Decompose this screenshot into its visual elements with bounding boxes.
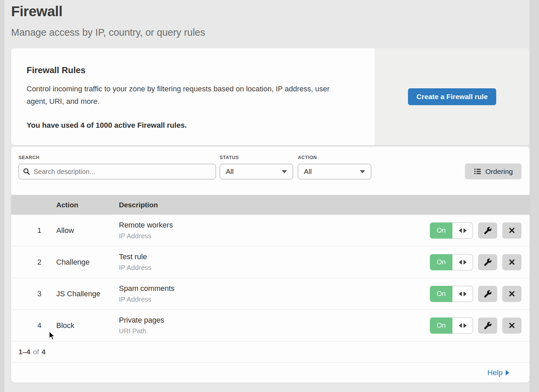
edit-rule-button[interactable] bbox=[478, 318, 497, 334]
firewall-rules-description: Control incoming traffic to your zone by… bbox=[27, 83, 350, 108]
search-input-wrap bbox=[19, 164, 216, 179]
search-label: SEARCH bbox=[19, 155, 216, 160]
status-label: STATUS bbox=[220, 155, 293, 160]
delete-rule-button[interactable]: ✕ bbox=[502, 318, 521, 334]
pagination-total: 4 bbox=[42, 348, 46, 356]
firewall-rules-card: Firewall Rules Control incoming traffic … bbox=[11, 48, 530, 145]
window-edge-right bbox=[530, 0, 539, 392]
close-icon: ✕ bbox=[508, 226, 516, 235]
rule-priority: 3 bbox=[11, 290, 56, 298]
triangle-left-icon bbox=[459, 323, 462, 328]
card-footer: Help bbox=[11, 363, 530, 383]
rule-description: Private pages bbox=[119, 316, 430, 325]
table-header-action: Action bbox=[56, 201, 119, 209]
rule-action: Challenge bbox=[56, 258, 119, 267]
search-input[interactable] bbox=[19, 164, 216, 179]
wrench-icon bbox=[484, 227, 492, 235]
help-link[interactable]: Help bbox=[487, 368, 509, 377]
firewall-rules-card-text: Firewall Rules Control incoming traffic … bbox=[11, 48, 375, 145]
toggle-handle[interactable] bbox=[452, 318, 473, 334]
rule-action: Allow bbox=[56, 226, 119, 235]
rule-description: Remote workers bbox=[119, 221, 430, 230]
action-select[interactable]: All bbox=[298, 164, 371, 179]
wrench-icon bbox=[484, 258, 492, 266]
help-link-label: Help bbox=[487, 368, 503, 377]
page-title: Firewall bbox=[11, 3, 205, 20]
triangle-right-icon bbox=[464, 228, 467, 233]
rule-match-type: IP Address bbox=[119, 264, 430, 272]
delete-rule-button[interactable]: ✕ bbox=[502, 254, 521, 270]
status-select-value: All bbox=[226, 168, 233, 176]
firewall-rules-card-side-panel: Create a Firewall rule bbox=[375, 48, 530, 145]
triangle-right-icon bbox=[464, 260, 467, 265]
wrench-icon bbox=[484, 290, 492, 298]
rule-enabled-toggle[interactable]: On bbox=[430, 318, 473, 334]
firewall-rules-usage-note: You have used 4 of 1000 active Firewall … bbox=[27, 121, 354, 130]
rule-priority: 4 bbox=[11, 321, 56, 330]
edit-rule-button[interactable] bbox=[478, 286, 497, 302]
status-filter-group: STATUS All bbox=[220, 155, 293, 179]
table-header-description: Description bbox=[119, 201, 530, 209]
pagination: 1–4 of 4 bbox=[11, 341, 530, 363]
table-row: 1 Allow Remote workers IP Address On ✕ bbox=[11, 215, 530, 246]
rule-priority: 2 bbox=[11, 258, 56, 267]
ordering-button[interactable]: Ordering bbox=[465, 163, 521, 179]
edit-rule-button[interactable] bbox=[478, 222, 497, 239]
toggle-on-label: On bbox=[430, 286, 452, 302]
wrench-icon bbox=[484, 322, 492, 330]
delete-rule-button[interactable]: ✕ bbox=[502, 286, 521, 302]
triangle-right-icon bbox=[464, 292, 467, 296]
rule-match-type: IP Address bbox=[119, 232, 430, 240]
pagination-separator: of bbox=[33, 348, 39, 356]
search-icon bbox=[23, 168, 30, 175]
window-edge-left bbox=[0, 0, 4, 392]
triangle-right-icon bbox=[464, 323, 467, 328]
toggle-handle[interactable] bbox=[452, 222, 473, 239]
triangle-left-icon bbox=[459, 228, 462, 233]
toggle-on-label: On bbox=[430, 318, 452, 334]
pagination-range: 1–4 bbox=[19, 348, 30, 356]
rule-enabled-toggle[interactable]: On bbox=[430, 222, 473, 239]
create-firewall-rule-button[interactable]: Create a Firewall rule bbox=[408, 88, 496, 105]
rule-description-cell: Remote workers IP Address bbox=[119, 221, 430, 240]
rule-description: Test rule bbox=[119, 252, 430, 261]
close-icon: ✕ bbox=[508, 258, 516, 267]
edit-rule-button[interactable] bbox=[478, 254, 497, 270]
table-row: 3 JS Challenge Spam comments IP Address … bbox=[11, 278, 530, 310]
table-row: 2 Challenge Test rule IP Address On ✕ bbox=[11, 246, 530, 278]
triangle-left-icon bbox=[459, 260, 462, 265]
action-select-value: All bbox=[304, 168, 312, 176]
rule-priority: 1 bbox=[11, 226, 56, 235]
rule-controls: On ✕ bbox=[430, 286, 530, 302]
rule-description-cell: Test rule IP Address bbox=[119, 252, 430, 272]
rule-enabled-toggle[interactable]: On bbox=[430, 254, 473, 270]
page-subtitle: Manage access by IP, country, or query r… bbox=[11, 27, 205, 38]
toggle-handle[interactable] bbox=[452, 254, 473, 270]
toggle-handle[interactable] bbox=[452, 286, 473, 302]
rule-match-type: IP Address bbox=[119, 296, 430, 303]
mouse-cursor bbox=[48, 331, 56, 340]
action-filter-group: ACTION All bbox=[298, 155, 371, 179]
status-select[interactable]: All bbox=[220, 164, 293, 179]
firewall-rules-heading: Firewall Rules bbox=[27, 65, 354, 76]
rule-description-cell: Private pages URI Path bbox=[119, 316, 430, 335]
triangle-left-icon bbox=[459, 292, 462, 296]
ordering-button-label: Ordering bbox=[485, 168, 513, 176]
action-label: ACTION bbox=[298, 155, 371, 160]
rule-enabled-toggle[interactable]: On bbox=[430, 286, 473, 302]
firewall-rules-list-card: SEARCH STATUS All ACTION All bbox=[11, 147, 530, 383]
rule-match-type: URI Path bbox=[119, 327, 430, 335]
search-filter-group: SEARCH bbox=[19, 155, 216, 179]
close-icon: ✕ bbox=[508, 321, 516, 330]
rule-controls: On ✕ bbox=[430, 318, 530, 334]
rule-controls: On ✕ bbox=[430, 222, 530, 239]
chevron-down-icon bbox=[360, 170, 365, 173]
table-row: 4 Block Private pages URI Path On ✕ bbox=[11, 310, 530, 341]
toggle-on-label: On bbox=[430, 222, 452, 239]
delete-rule-button[interactable]: ✕ bbox=[502, 222, 521, 239]
close-icon: ✕ bbox=[508, 290, 516, 298]
table-header-row: Action Description bbox=[11, 195, 530, 215]
rule-action: Block bbox=[56, 321, 119, 330]
triangle-right-icon bbox=[506, 370, 509, 375]
filters-bar: SEARCH STATUS All ACTION All bbox=[11, 147, 530, 195]
